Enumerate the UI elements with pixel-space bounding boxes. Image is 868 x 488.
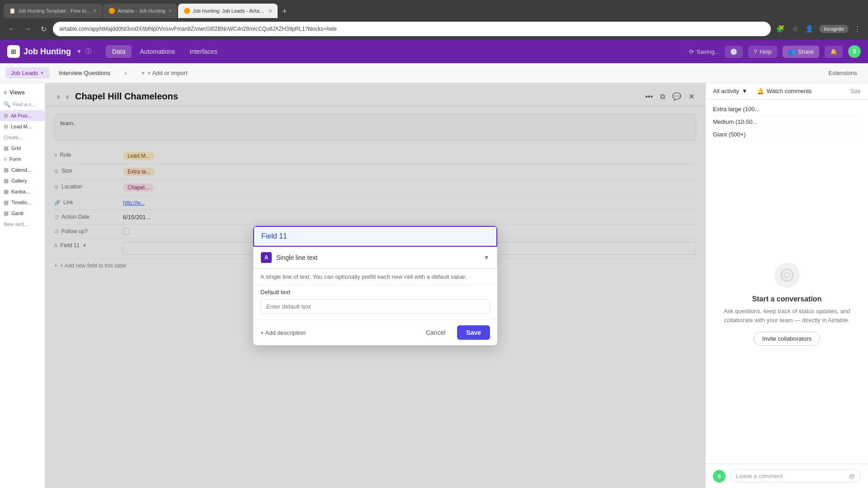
invite-collaborators-button[interactable]: Invite collaborators bbox=[754, 332, 820, 346]
new-tab-button[interactable]: + bbox=[278, 5, 291, 18]
views-icon: ≡ bbox=[4, 89, 7, 96]
refresh-button[interactable]: ↻ bbox=[38, 23, 49, 35]
size-option-giant: Giant (500+) bbox=[713, 128, 861, 141]
views-label: Views bbox=[9, 89, 25, 96]
right-panel-toolbar: All activity ▼ 🔔 Watch comments Size bbox=[706, 83, 868, 99]
modal-description: A single line of text. You can optionall… bbox=[253, 269, 497, 285]
share-button[interactable]: 👥 Share bbox=[783, 46, 819, 58]
browser-tab-1[interactable]: 📋 Job Hunting Template - Free to... × bbox=[4, 4, 102, 18]
sidebar-create[interactable]: Create... bbox=[0, 132, 45, 143]
browser-nav: ← → ↻ airtable.com/appNMajdd0Nt3vo0X/tbl… bbox=[0, 18, 868, 40]
type-icon: A bbox=[261, 252, 272, 263]
browser-tab-2[interactable]: 🟠 Airtable - Job Hunting × bbox=[103, 4, 177, 18]
left-sidebar: ≡ Views 🔍 Find a n... ⊞ All Posi... ⊞ Le… bbox=[0, 83, 45, 488]
right-panel: All activity ▼ 🔔 Watch comments Size Ext… bbox=[705, 83, 868, 488]
sidebar-item-calendar[interactable]: ▦ Calend... bbox=[0, 164, 45, 175]
conversation-description: Ask questions, keep track of status upda… bbox=[717, 307, 857, 324]
address-bar[interactable]: airtable.com/appNMajdd0Nt3vo0X/tblNp0Vns… bbox=[53, 22, 771, 36]
conversation-icon bbox=[774, 263, 800, 288]
save-button[interactable]: Save bbox=[457, 325, 490, 340]
sidebar-search[interactable]: 🔍 Find a n... bbox=[0, 99, 45, 110]
sidebar-item-form-label: Form bbox=[9, 156, 21, 162]
tab-job-leads-arrow: ▼ bbox=[40, 70, 44, 75]
saving-label: Saving... bbox=[697, 48, 720, 55]
views-header[interactable]: ≡ Views bbox=[0, 87, 45, 99]
tab-favicon-3: 🟠 bbox=[184, 8, 190, 14]
tab-title-3: Job Hunting: Job Leads - Airtable bbox=[193, 8, 266, 14]
history-button[interactable]: 🕐 bbox=[725, 46, 743, 58]
notifications-button[interactable]: 🔔 bbox=[825, 46, 843, 58]
comment-input[interactable]: Leave a comment @ bbox=[730, 469, 861, 483]
star-icon[interactable]: ☆ bbox=[790, 23, 800, 35]
browser-chrome: 📋 Job Hunting Template - Free to... × 🟠 … bbox=[0, 0, 868, 40]
help-button[interactable]: ? Help bbox=[748, 46, 777, 58]
sidebar-item-kanban[interactable]: ▦ Kanba... bbox=[0, 186, 45, 197]
add-import-label: + Add or import bbox=[147, 70, 188, 76]
nav-item-automations[interactable]: Automations bbox=[133, 45, 181, 58]
nav-item-interfaces[interactable]: Interfaces bbox=[183, 45, 223, 58]
sidebar-item-all-positions[interactable]: ⊞ All Posi... bbox=[0, 110, 45, 121]
field-editor-modal: A Single line text ▼ A single line of te… bbox=[253, 226, 497, 345]
tab-close-1[interactable]: × bbox=[93, 7, 97, 14]
sidebar-item-lead-m[interactable]: ⊞ Lead M... bbox=[0, 121, 45, 132]
saving-indicator: ⟳ Saving... bbox=[689, 48, 720, 55]
type-caret-icon[interactable]: ▼ bbox=[483, 254, 490, 261]
modal-footer: + Add description Cancel Save bbox=[253, 319, 497, 345]
profile-icon[interactable]: 👤 bbox=[803, 23, 816, 35]
tab-expand-arrow[interactable]: › bbox=[119, 67, 132, 79]
app-info-icon[interactable]: ⓘ bbox=[85, 47, 91, 56]
tab-close-3[interactable]: × bbox=[269, 7, 272, 14]
sidebar-item-gantt[interactable]: ▦ Gantt bbox=[0, 208, 45, 219]
add-import-button[interactable]: + + Add or import bbox=[136, 67, 193, 79]
header-right: ⟳ Saving... 🕐 ? Help 👥 Share 🔔 S bbox=[689, 45, 861, 58]
modal-actions: Cancel Save bbox=[419, 325, 490, 340]
sidebar-item-timeline[interactable]: ▦ Timelin... bbox=[0, 197, 45, 208]
back-button[interactable]: ← bbox=[5, 23, 18, 35]
watch-comments-button[interactable]: 🔔 Watch comments bbox=[757, 88, 812, 94]
user-avatar[interactable]: S bbox=[848, 45, 861, 58]
sidebar-item-form-icon: ≡ bbox=[4, 156, 7, 162]
sidebar-item-grid-icon: ▦ bbox=[4, 145, 9, 151]
start-conversation-title: Start a conversation bbox=[752, 295, 822, 303]
extensions-button[interactable]: Extensions bbox=[823, 67, 863, 79]
help-icon: ? bbox=[754, 48, 757, 55]
sidebar-new-section[interactable]: New sect... bbox=[0, 219, 45, 230]
sidebar-item-gallery[interactable]: ▦ Gallery bbox=[0, 175, 45, 186]
app-logo: ⊞ Job Hunting ▼ ⓘ bbox=[7, 45, 91, 58]
tab-close-2[interactable]: × bbox=[168, 7, 172, 14]
bell-icon: 🔔 bbox=[757, 88, 764, 94]
saving-spinner: ⟳ bbox=[689, 48, 694, 55]
add-description-button[interactable]: + Add description bbox=[260, 329, 306, 336]
search-icon: 🔍 bbox=[4, 101, 10, 108]
sidebar-item-lead-m-icon: ⊞ bbox=[4, 123, 8, 130]
svg-point-0 bbox=[781, 269, 793, 281]
field-name-input[interactable] bbox=[253, 226, 497, 247]
forward-button[interactable]: → bbox=[22, 23, 34, 35]
sidebar-item-all-positions-icon: ⊞ bbox=[4, 113, 8, 119]
help-label: Help bbox=[760, 48, 772, 55]
tab-title-2: Airtable - Job Hunting bbox=[118, 8, 165, 14]
cancel-button[interactable]: Cancel bbox=[419, 325, 453, 340]
tab-favicon-1: 📋 bbox=[9, 8, 15, 14]
sidebar-item-lead-m-label: Lead M... bbox=[11, 124, 32, 129]
nav-item-data[interactable]: Data bbox=[106, 45, 132, 58]
extension-icon[interactable]: 🧩 bbox=[774, 23, 787, 35]
right-panel-footer: S Leave a comment @ bbox=[706, 464, 868, 488]
browser-tab-3[interactable]: 🟠 Job Hunting: Job Leads - Airtable × bbox=[178, 4, 278, 18]
activity-caret-icon: ▼ bbox=[742, 88, 748, 94]
tab-interview-questions[interactable]: Interview Questions bbox=[53, 67, 116, 79]
app: ⊞ Job Hunting ▼ ⓘ Data Automations Inter… bbox=[0, 40, 868, 488]
activity-dropdown[interactable]: All activity ▼ bbox=[713, 88, 748, 94]
tab-job-leads[interactable]: Job Leads ▼ bbox=[5, 67, 50, 79]
tab-interview-questions-label: Interview Questions bbox=[59, 70, 110, 76]
size-options: Extra large (100... Medium (10-50... Gia… bbox=[706, 99, 868, 145]
sidebar-item-kanban-label: Kanba... bbox=[11, 189, 30, 194]
menu-icon[interactable]: ⋮ bbox=[852, 23, 863, 35]
sidebar-item-form[interactable]: ≡ Form bbox=[0, 154, 45, 164]
modal-default-input[interactable] bbox=[260, 299, 490, 314]
sidebar-item-grid[interactable]: ▦ Grid bbox=[0, 143, 45, 154]
add-icon: + bbox=[141, 70, 145, 76]
table-toolbar: Job Leads ▼ Interview Questions › + + Ad… bbox=[0, 63, 868, 83]
record-panel: ∧ ∨ Chapel Hill Chameleons ••• ⧉ 💬 ✕ tea… bbox=[45, 83, 705, 488]
sidebar-item-calendar-icon: ▦ bbox=[4, 167, 9, 173]
